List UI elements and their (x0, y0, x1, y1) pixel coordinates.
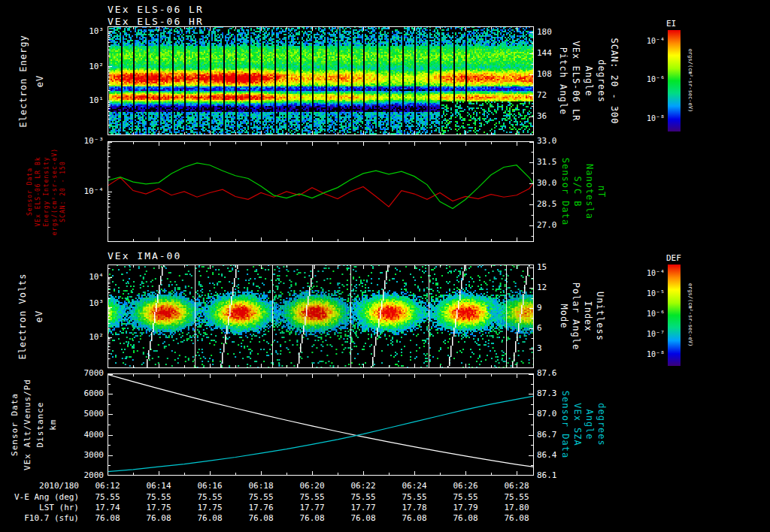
time-tick-label: 06:20 (293, 481, 331, 491)
def-colorbar (668, 264, 681, 366)
colorbar-unit-label: ergs/(cm²-sr-sec-eV) (684, 28, 696, 133)
p3_left-tick-label: 10⁴ (72, 272, 104, 283)
time-tick-label: 06:18 (242, 481, 280, 491)
p2_left-label: SCAN: 20 - 150 (57, 119, 69, 264)
els-spectrogram-canvas (108, 26, 534, 135)
p4_left-label: VEx Alt/Venus/Pd (22, 351, 34, 498)
footer-value: 17.77 (293, 503, 331, 513)
time-tick-label: 06:12 (89, 481, 126, 491)
p4_right-label: VEx SZA (571, 351, 584, 498)
time-tick-label: 06:14 (140, 481, 177, 491)
p4_left-tick-label: 5000 (72, 409, 104, 419)
p4_left-label: Distance (35, 351, 47, 498)
footer-value: 75.55 (293, 492, 331, 503)
footer-value: 76.08 (89, 513, 126, 524)
date-label: 2010/180 (23, 481, 79, 491)
p4_left-label: km (47, 351, 59, 498)
p4_left-tick-label: 6000 (72, 388, 104, 399)
els-lr-title: VEx ELS-06 LR (108, 4, 204, 15)
p3_left-tick-label: 10³ (72, 298, 104, 309)
ima-spectrogram-canvas (108, 264, 534, 368)
bfield-intensity-line-chart-canvas (108, 141, 534, 242)
footer-value: 75.55 (242, 492, 280, 503)
footer-value: 75.55 (89, 492, 126, 503)
footer-value: 17.78 (396, 503, 433, 513)
footer-value: 17.80 (498, 503, 535, 513)
time-tick-label: 06:22 (344, 481, 382, 491)
p3_left-tick-label: 10² (72, 332, 104, 343)
p4_left-tick-label: 3000 (72, 450, 104, 461)
footer-value: 17.79 (447, 503, 484, 513)
colorbar-tick-label: 10⁻⁶ (632, 309, 665, 319)
footer-value: 75.55 (396, 492, 433, 503)
footer-value: 76.08 (396, 513, 433, 524)
p2_left-tick-label: 10⁻³ (72, 136, 104, 147)
footer-value: 17.75 (191, 503, 229, 513)
colorbar-tick-label: 10⁻⁶ (632, 74, 665, 85)
p4_right-label: Angle (584, 351, 596, 498)
vex-multipanel-plot-page: VEx ELS-06 LR VEx ELS-06 HR VEx IMA-00 1… (0, 0, 770, 532)
colorbar-tick-label: 10⁻⁸ (632, 113, 665, 124)
footer-value: 76.08 (140, 513, 177, 524)
footer-value: 75.55 (191, 492, 229, 503)
altitude-sza-line-chart-canvas (108, 373, 534, 476)
footer-value: 75.55 (344, 492, 382, 503)
colorbar-tick-label: 10⁻⁵ (632, 289, 665, 299)
footer-value: 75.55 (140, 492, 177, 503)
p4_left-tick-label: 2000 (72, 470, 104, 481)
colorbar-tick-label: 10⁻⁷ (632, 329, 665, 340)
footer-value: 75.55 (498, 492, 535, 503)
p2_left-tick-label: 10⁻⁴ (72, 186, 104, 197)
footer-value: 76.08 (242, 513, 280, 524)
footer-row-label: LST (hr) (4, 503, 79, 513)
colorbar-tick-label: 10⁻⁴ (632, 268, 665, 279)
time-tick-label: 06:24 (396, 481, 433, 491)
footer-value: 76.08 (498, 513, 535, 524)
time-tick-label: 06:26 (447, 481, 484, 491)
time-tick-label: 06:16 (191, 481, 229, 491)
p1_left-tick-label: 10² (72, 62, 104, 72)
footer-row-label: V-E Ang (deg) (4, 492, 79, 503)
p4_left-tick-label: 7000 (72, 368, 104, 379)
footer-value: 76.08 (447, 513, 484, 524)
footer-value: 75.55 (447, 492, 484, 503)
footer-value: 17.75 (140, 503, 177, 513)
p4_right-label: degrees (596, 351, 608, 498)
footer-value: 76.08 (191, 513, 229, 524)
els-hr-title: VEx ELS-06 HR (108, 16, 204, 27)
footer-value: 17.76 (242, 503, 280, 513)
footer-row-label: F10.7 (sfu) (4, 513, 79, 524)
colorbar-tick-label: 10⁻⁴ (632, 36, 665, 47)
p4_right-label: Sensor Data (559, 351, 571, 498)
footer-value: 76.08 (344, 513, 382, 524)
footer-value: 76.08 (293, 513, 331, 524)
footer-value: 17.77 (344, 503, 382, 513)
footer-value: 17.74 (89, 503, 126, 513)
colorbar-unit-label: ergs/(cm²-sr-sec-eV) (684, 262, 696, 367)
p4_left-label: Sensor Data (9, 351, 21, 498)
p1_right-label: SCAN: 20 - 300 (608, 4, 620, 158)
p1_left-tick-label: 10³ (72, 26, 104, 37)
p4_left-tick-label: 4000 (72, 430, 104, 440)
time-tick-label: 06:28 (498, 481, 535, 491)
colorbar-tick-label: 10⁻⁸ (632, 349, 665, 360)
p1_left-tick-label: 10¹ (72, 95, 104, 106)
ima-title: VEx IMA-00 (108, 250, 181, 261)
ei-colorbar (668, 30, 681, 131)
